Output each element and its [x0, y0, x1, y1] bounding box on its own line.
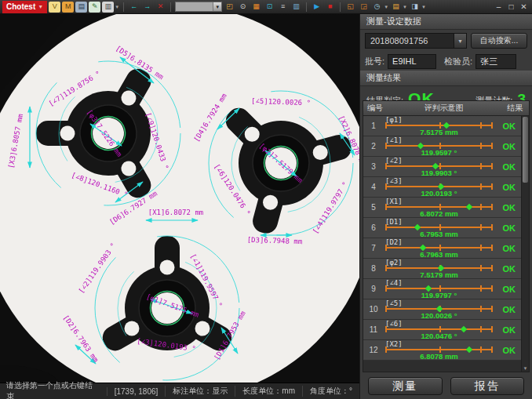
result-row[interactable]: 10[∠5]120.0026 °OK	[363, 299, 521, 320]
result-row[interactable]: 8[φ2]7.5179 mmOK	[363, 259, 521, 279]
measured-value: 120.0193 °	[385, 189, 493, 198]
image-search-icon[interactable]: ◰	[224, 2, 235, 13]
tolerance-gauge	[385, 206, 493, 208]
measured-value: 6.8072 mm	[385, 209, 493, 218]
maximize-button[interactable]: □	[505, 2, 517, 13]
tolerance-gauge	[385, 308, 493, 310]
chevron-down-icon[interactable]: ▼	[421, 5, 426, 9]
length-unit[interactable]: 长度单位：mm	[235, 386, 302, 397]
tolerance-gauge	[385, 288, 493, 289]
tolerance-gauge	[385, 227, 493, 228]
titlebar: Chotest ▼ VM▤✎▥▼←→✕▼◰⊙▦⊡≡▥▶■◱◲◷▼▤▼◨▼ –□✕	[0, 0, 532, 14]
magnifier-icon[interactable]: ⊙	[237, 2, 249, 13]
row-number: 9	[363, 285, 384, 293]
result-status: OK	[503, 183, 516, 192]
measured-value: 119.9797 °	[385, 291, 493, 299]
table-scrollbar[interactable]: ▼	[521, 116, 529, 372]
row-number: 2	[363, 142, 384, 151]
measured-value: 119.9597 °	[385, 148, 493, 157]
feature-tag: [∠1]	[385, 136, 403, 144]
measured-value: 119.9903 °	[385, 169, 493, 177]
cursor-coordinates: [1739, 1806]	[107, 387, 166, 396]
app-logo[interactable]: Chotest ▼	[2, 1, 47, 13]
result-row[interactable]: 4[∠3]120.0193 °OK	[363, 177, 521, 198]
magnification-combo[interactable]: ▼	[175, 2, 222, 12]
result-row[interactable]: 11[∠6]120.0476 °OK	[363, 320, 521, 340]
measurement-canvas[interactable]: [D5]6.8135 mm[∠7]119.8756 °[∠9]120.0433 …	[0, 14, 359, 383]
report-button[interactable]: 报告	[450, 377, 525, 395]
row-number: 8	[363, 264, 384, 273]
scrollbar-thumb[interactable]	[523, 117, 528, 183]
angle-unit[interactable]: 角度单位：°	[302, 386, 359, 397]
measure-button[interactable]: 测量	[368, 377, 443, 395]
capture-multi-icon[interactable]: ◲	[358, 2, 370, 13]
print-icon[interactable]: ▥	[102, 2, 114, 13]
monitor-icon[interactable]: ⊡	[264, 2, 275, 13]
feature-tag: [X2]	[385, 340, 403, 348]
snapshot-icon[interactable]: ◨	[409, 2, 421, 13]
toolbar-separator	[123, 2, 124, 12]
app-logo-label: Chotest	[6, 2, 35, 11]
new-file-icon[interactable]: V	[49, 2, 60, 13]
play-icon[interactable]: ▶	[311, 2, 322, 13]
chevron-down-icon[interactable]: ▼	[403, 5, 407, 9]
chevron-down-icon[interactable]: ▼	[213, 2, 221, 11]
ruler-icon[interactable]: ▦	[250, 2, 262, 13]
result-row[interactable]: 1[φ1]7.5175 mmOK	[363, 116, 521, 136]
chevron-down-icon[interactable]: ▼	[384, 5, 388, 9]
auto-search-button[interactable]: 自动搜索...	[471, 33, 527, 49]
inspector-input[interactable]: 张三	[476, 54, 516, 69]
capture-in-icon[interactable]: ◱	[344, 2, 356, 13]
result-status: OK	[503, 285, 516, 294]
measured-value: 120.0026 °	[385, 311, 493, 320]
toolbar-separator	[306, 2, 307, 12]
save-icon[interactable]: ▤	[75, 2, 87, 13]
row-number: 4	[363, 183, 384, 191]
tolerance-gauge	[385, 267, 493, 269]
list-icon[interactable]: ≡	[277, 2, 289, 13]
feature-tag: [∠3]	[385, 177, 403, 185]
layers-icon[interactable]: ▤	[390, 2, 402, 13]
scrollbar-down-arrow[interactable]: ▼	[522, 366, 529, 371]
minimize-button[interactable]: –	[493, 2, 505, 13]
close-button[interactable]: ✕	[518, 2, 530, 13]
feature-tag: [D1]	[385, 218, 403, 226]
result-row[interactable]: 7[D2]6.7963 mmOK	[363, 238, 521, 259]
edit-icon[interactable]: ✎	[89, 2, 100, 13]
feature-tag: [D2]	[385, 238, 403, 246]
dimension-annotation[interactable]: [X1]6.8072 mm	[148, 209, 203, 216]
batch-label: 批号:	[365, 56, 384, 67]
record-icon[interactable]: ■	[324, 2, 336, 13]
result-status: OK	[503, 122, 516, 131]
tolerance-gauge	[385, 145, 493, 147]
measured-value: 120.0476 °	[385, 332, 493, 340]
chevron-down-icon[interactable]: ▼	[115, 5, 119, 9]
result-row[interactable]: 3[∠2]119.9903 °OK	[363, 157, 521, 177]
results-table: 编号 评判示意图 结果 1[φ1]7.5175 mmOK2[∠1]119.959…	[363, 100, 530, 372]
result-row[interactable]: 5[X1]6.8072 mmOK	[363, 198, 521, 218]
annotation-unit[interactable]: 标注单位：显示	[165, 386, 235, 397]
row-number: 10	[363, 305, 384, 314]
result-row[interactable]: 2[∠1]119.9597 °OK	[363, 136, 521, 157]
barcode-icon[interactable]: ▥	[290, 2, 302, 13]
result-row[interactable]: 12[X2]6.8078 mmOK	[363, 340, 521, 361]
measured-value: 6.7953 mm	[385, 230, 493, 238]
forward-icon[interactable]: →	[141, 2, 153, 13]
back-icon[interactable]: ←	[128, 2, 140, 13]
result-row[interactable]: 6[D1]6.7953 mmOK	[363, 218, 521, 238]
measure-settings-panel: 测量-设定数据 201808091756 ▼ 自动搜索... 批号: E9IHL…	[359, 14, 532, 399]
row-number: 1	[363, 122, 384, 130]
delete-icon[interactable]: ✕	[155, 2, 166, 13]
chevron-down-icon[interactable]: ▼	[454, 34, 466, 48]
program-select[interactable]: 201808091756 ▼	[365, 33, 467, 49]
batch-input[interactable]: E9IHL	[388, 54, 436, 69]
toolbar: VM▤✎▥▼←→✕▼◰⊙▦⊡≡▥▶■◱◲◷▼▤▼◨▼	[49, 2, 426, 13]
open-file-icon[interactable]: M	[62, 2, 74, 13]
timer-icon[interactable]: ◷	[371, 2, 383, 13]
row-number: 6	[363, 223, 384, 232]
stage-graphics	[0, 14, 359, 383]
feature-tag: [∠6]	[385, 320, 403, 328]
results-title: 测量结果	[360, 71, 532, 86]
col-header-no: 编号	[363, 103, 387, 114]
result-row[interactable]: 9[∠4]119.9797 °OK	[363, 279, 521, 299]
